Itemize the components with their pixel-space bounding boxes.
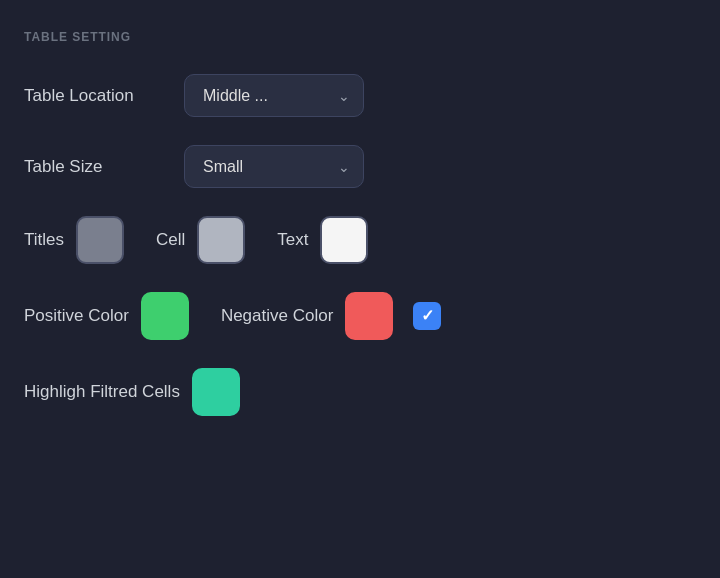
- negative-color-checkbox-wrapper: ✓: [409, 298, 445, 334]
- negative-color-checkbox[interactable]: ✓: [413, 302, 441, 330]
- text-color-swatch[interactable]: [320, 216, 368, 264]
- table-size-row: Table Size Small Medium Large ⌄: [24, 145, 696, 188]
- section-title: TABLE SETTING: [24, 30, 696, 44]
- color-swatches-row: Titles Cell Text: [24, 216, 696, 264]
- highlight-color-swatch[interactable]: [192, 368, 240, 416]
- table-location-select[interactable]: Middle ... Top Bottom Left Right: [184, 74, 364, 117]
- table-location-row: Table Location Middle ... Top Bottom Lef…: [24, 74, 696, 117]
- cell-color-swatch[interactable]: [197, 216, 245, 264]
- titles-color-item: Titles: [24, 216, 124, 264]
- table-size-select-wrapper: Small Medium Large ⌄: [184, 145, 364, 188]
- checkmark-icon: ✓: [421, 308, 434, 324]
- table-location-label: Table Location: [24, 86, 184, 106]
- negative-color-label: Negative Color: [221, 306, 333, 326]
- table-location-select-wrapper: Middle ... Top Bottom Left Right ⌄: [184, 74, 364, 117]
- highlight-row: Highligh Filtred Cells: [24, 368, 696, 416]
- negative-color-swatch[interactable]: [345, 292, 393, 340]
- negative-color-item: Negative Color: [221, 292, 393, 340]
- settings-panel: TABLE SETTING Table Location Middle ... …: [0, 0, 720, 446]
- highlight-label: Highligh Filtred Cells: [24, 382, 180, 402]
- text-color-item: Text: [277, 216, 368, 264]
- positive-color-item: Positive Color: [24, 292, 189, 340]
- table-size-select[interactable]: Small Medium Large: [184, 145, 364, 188]
- positive-color-swatch[interactable]: [141, 292, 189, 340]
- table-size-label: Table Size: [24, 157, 184, 177]
- text-label: Text: [277, 230, 308, 250]
- positive-color-label: Positive Color: [24, 306, 129, 326]
- cell-color-item: Cell: [156, 216, 245, 264]
- positive-negative-row: Positive Color Negative Color ✓: [24, 292, 696, 340]
- titles-color-swatch[interactable]: [76, 216, 124, 264]
- cell-label: Cell: [156, 230, 185, 250]
- titles-label: Titles: [24, 230, 64, 250]
